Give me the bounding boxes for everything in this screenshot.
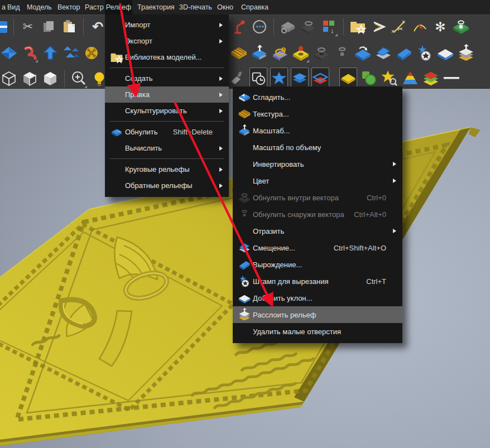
menubar-item-view[interactable]: Вид bbox=[7, 0, 20, 15]
zero-outside-icon[interactable] bbox=[333, 43, 351, 63]
cube-wire-icon[interactable] bbox=[0, 69, 18, 89]
submenu-arrow-icon bbox=[219, 39, 225, 44]
menubar-item-relief[interactable]: Рельеф bbox=[105, 0, 132, 15]
submenu-arrow-icon bbox=[393, 162, 398, 166]
multi-shape-icon[interactable] bbox=[62, 43, 80, 63]
smooth-icon bbox=[236, 90, 253, 104]
menubar-item-window[interactable]: Окно bbox=[217, 0, 233, 15]
turn-relief-icon[interactable] bbox=[292, 43, 310, 63]
flower-icon[interactable]: ✻ bbox=[431, 17, 449, 37]
offset-relief-icon bbox=[236, 240, 253, 255]
menu-item-edit[interactable]: Правка bbox=[105, 86, 229, 103]
spin-profile-icon[interactable] bbox=[271, 43, 289, 63]
offset-relief-icon[interactable] bbox=[374, 43, 392, 63]
star-magnifier-icon[interactable] bbox=[381, 68, 398, 88]
green-shapes-icon[interactable] bbox=[360, 68, 378, 88]
red-blue-plane-icon[interactable] bbox=[311, 68, 329, 88]
smooth-grayed-icon[interactable] bbox=[279, 17, 297, 37]
menubar-item-toolpath[interactable]: Траектория bbox=[137, 0, 175, 15]
menu-item-zero-outside-vector[interactable]: Обнулить снаружи вектора Ctrl+Alt+0 bbox=[233, 206, 402, 223]
menu-item-add-draft[interactable]: Добавить уклон... bbox=[233, 290, 402, 306]
paste-relief-icon[interactable] bbox=[354, 43, 372, 63]
menu-item-mirror[interactable]: Отразить bbox=[233, 223, 402, 239]
scale-relief-icon[interactable] bbox=[251, 43, 268, 63]
zero-outside-icon bbox=[236, 207, 253, 221]
zoom-icon[interactable] bbox=[70, 69, 88, 89]
menu-item-calculate[interactable]: Вычислить bbox=[105, 140, 229, 156]
extrude-arrow-icon[interactable] bbox=[41, 43, 59, 63]
submenu-arrow-icon bbox=[219, 23, 225, 27]
cut-icon[interactable]: ✂ bbox=[19, 17, 37, 37]
new-file-icon[interactable] bbox=[0, 17, 8, 37]
fillet-curve-icon[interactable] bbox=[411, 17, 429, 37]
menu-item-degenerate[interactable]: Вырождение... bbox=[233, 256, 402, 273]
menu-item-cookie-cutter[interactable]: Штамп для вырезания Ctrl+T bbox=[233, 273, 402, 290]
menu-separator bbox=[110, 158, 224, 159]
color-layers-icon[interactable] bbox=[422, 68, 440, 88]
clone-time-icon[interactable] bbox=[249, 68, 267, 88]
menu-item-export[interactable]: Экспорт bbox=[105, 33, 229, 49]
menubar-item-partial[interactable]: а bbox=[2, 0, 6, 15]
copy-icon[interactable] bbox=[40, 17, 57, 37]
carve-tool-icon[interactable] bbox=[229, 68, 247, 88]
menu-item-create[interactable]: Создать bbox=[105, 70, 229, 86]
wedge-icon[interactable] bbox=[395, 43, 413, 63]
menu-item-remove-small-holes[interactable]: Удалить малые отверстия bbox=[233, 323, 402, 340]
blue-star-icon[interactable] bbox=[270, 68, 288, 88]
menu-item-offset[interactable]: Смещение... Ctrl+Shift+Alt+O bbox=[233, 239, 402, 256]
menu-item-texture[interactable]: Текстура... bbox=[233, 105, 402, 122]
menubar-item-3dprint[interactable]: 3D-печать bbox=[179, 0, 212, 15]
blue-pyramid-icon[interactable] bbox=[0, 43, 18, 63]
menu-item-circular-reliefs[interactable]: Круговые рельефы bbox=[105, 161, 229, 177]
menu-item-color[interactable]: Цвет bbox=[233, 172, 402, 189]
menu-item-model-library[interactable]: Библиотека моделей... bbox=[105, 49, 229, 65]
chevron-icon[interactable] bbox=[369, 17, 387, 37]
menu-item-zero[interactable]: Обнулить Shift+Delete bbox=[105, 124, 229, 140]
menu-item-smooth[interactable]: Сгладить... bbox=[233, 89, 402, 105]
texture-icon[interactable] bbox=[230, 43, 248, 63]
preview-sphere-icon[interactable] bbox=[251, 17, 268, 37]
menu-item-split-relief[interactable]: Расслоить рельеф bbox=[233, 306, 402, 323]
lamp-icon[interactable] bbox=[230, 17, 248, 37]
menu-item-invert[interactable]: Инвертировать bbox=[233, 156, 402, 172]
split-layers-icon bbox=[236, 307, 253, 322]
red-ribbon-icon[interactable] bbox=[21, 43, 39, 63]
green-dome-icon[interactable] bbox=[452, 17, 470, 37]
draft-icon[interactable] bbox=[436, 43, 454, 63]
menubar-item-model[interactable]: Модель bbox=[27, 0, 52, 15]
menu-item-scale[interactable]: Масштаб... bbox=[233, 122, 402, 139]
paste-icon[interactable] bbox=[60, 17, 78, 37]
zero-ring-icon[interactable] bbox=[313, 43, 330, 63]
zero-grayed-icon[interactable] bbox=[300, 17, 318, 37]
toolbar: ✂ ↶ ↓ bbox=[0, 15, 490, 89]
trim-curves-icon[interactable]: ××✂ bbox=[390, 17, 408, 37]
menubar-item-vector[interactable]: Вектор bbox=[57, 0, 80, 15]
pyramid-layers-icon[interactable] bbox=[401, 68, 419, 88]
flat-plane-icon[interactable] bbox=[443, 68, 460, 88]
stamp-icon[interactable] bbox=[416, 43, 434, 63]
menu-item-zero-inside-vector[interactable]: Обнулить внутри вектора Ctrl+0 bbox=[233, 189, 402, 206]
submenu-arrow-icon bbox=[219, 76, 225, 81]
split-layers-icon[interactable] bbox=[457, 43, 475, 63]
zero-ring-icon bbox=[236, 190, 253, 205]
menu-separator bbox=[110, 68, 224, 68]
cube-solid-icon[interactable] bbox=[41, 69, 59, 89]
menubar-item-help[interactable]: Справка bbox=[241, 0, 268, 15]
svg-text:×: × bbox=[391, 28, 395, 35]
weave-icon[interactable] bbox=[83, 43, 100, 63]
submenu-arrow-icon bbox=[219, 184, 225, 188]
menu-item-sculpt[interactable]: Скульптурировать bbox=[105, 103, 229, 119]
menu-item-import[interactable]: Импорт bbox=[105, 17, 229, 33]
submenu-arrow-icon bbox=[219, 109, 225, 113]
icon-slot bbox=[108, 18, 125, 32]
menubar-item-raster[interactable]: Растр bbox=[85, 0, 104, 15]
blue-layers-icon[interactable] bbox=[291, 68, 309, 88]
scale-relief-icon bbox=[236, 123, 253, 138]
gold-plane-icon[interactable] bbox=[339, 68, 357, 88]
model-library-icon[interactable] bbox=[349, 17, 367, 37]
menu-item-inverse-reliefs[interactable]: Обратные рельефы bbox=[105, 177, 229, 194]
color-palette-icon[interactable]: ↓ bbox=[320, 17, 338, 37]
undo-icon[interactable]: ↶ bbox=[89, 17, 107, 37]
menu-item-scale-by-volume[interactable]: Масштаб по объему bbox=[233, 139, 402, 156]
cube-half-icon[interactable] bbox=[21, 69, 39, 89]
